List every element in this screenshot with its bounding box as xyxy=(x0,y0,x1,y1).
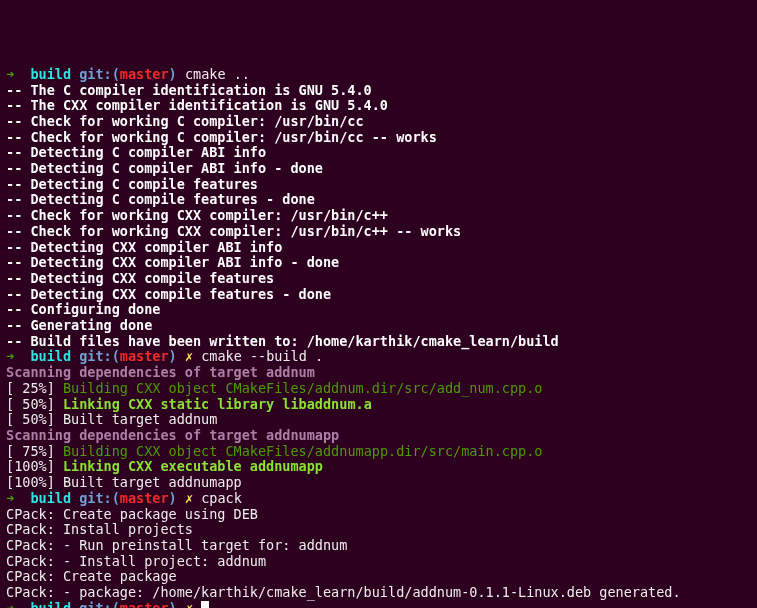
output-line: -- Generating done xyxy=(6,318,751,334)
output-line: -- Check for working CXX compiler: /usr/… xyxy=(6,224,751,240)
output-line: -- Build files have been written to: /ho… xyxy=(6,334,751,350)
git-branch: master xyxy=(120,66,169,82)
output-line: CPack: Create package xyxy=(6,569,751,585)
git-branch: master xyxy=(120,348,169,364)
output-line: -- Check for working C compiler: /usr/bi… xyxy=(6,130,751,146)
git-branch: master xyxy=(120,490,169,506)
output-line: -- The C compiler identification is GNU … xyxy=(6,83,751,99)
shell-prompt: ➜ build git:(master) ✗ cpack xyxy=(6,491,751,507)
terminal-output[interactable]: ➜ build git:(master) cmake ..-- The C co… xyxy=(6,67,751,608)
prompt-cwd: build xyxy=(30,490,71,506)
output-line: CPack: - Install project: addnum xyxy=(6,554,751,570)
git-label: git:( xyxy=(79,348,120,364)
prompt-arrow-icon: ➜ xyxy=(6,348,14,364)
output-line: CPack: Create package using DEB xyxy=(6,507,751,523)
build-step: [ 75%] Building CXX object CMakeFiles/ad… xyxy=(6,444,751,460)
typed-command: cmake --build . xyxy=(201,348,323,364)
prompt-arrow-icon: ➜ xyxy=(6,600,14,608)
output-line: CPack: Install projects xyxy=(6,522,751,538)
shell-prompt: ➜ build git:(master) ✗ cmake --build . xyxy=(6,349,751,365)
git-label: git:( xyxy=(79,66,120,82)
output-line: -- Detecting CXX compile features - done xyxy=(6,287,751,303)
output-line: -- Detecting C compiler ABI info xyxy=(6,145,751,161)
output-line: -- Detecting C compiler ABI info - done xyxy=(6,161,751,177)
output-line: CPack: - Run preinstall target for: addn… xyxy=(6,538,751,554)
git-label: git:( xyxy=(79,600,120,608)
output-line: -- Detecting CXX compiler ABI info - don… xyxy=(6,255,751,271)
output-line: -- Configuring done xyxy=(6,302,751,318)
output-line: [100%] Built target addnumapp xyxy=(6,475,751,491)
typed-command: cpack xyxy=(201,490,242,506)
cursor xyxy=(201,601,209,608)
git-dirty-icon: ✗ xyxy=(185,600,193,608)
output-line: [ 50%] Built target addnum xyxy=(6,412,751,428)
prompt-arrow-icon: ➜ xyxy=(6,490,14,506)
output-line: -- Check for working CXX compiler: /usr/… xyxy=(6,208,751,224)
prompt-cwd: build xyxy=(30,348,71,364)
output-line: -- Detecting C compile features xyxy=(6,177,751,193)
output-line: -- Detecting CXX compiler ABI info xyxy=(6,240,751,256)
output-line: -- Check for working C compiler: /usr/bi… xyxy=(6,114,751,130)
output-line: Scanning dependencies of target addnum xyxy=(6,365,751,381)
output-line: CPack: - package: /home/karthik/cmake_le… xyxy=(6,585,751,601)
prompt-arrow-icon: ➜ xyxy=(6,66,14,82)
git-dirty-icon: ✗ xyxy=(185,490,193,506)
typed-command: cmake .. xyxy=(185,66,250,82)
output-line: Scanning dependencies of target addnumap… xyxy=(6,428,751,444)
output-line: -- Detecting C compile features - done xyxy=(6,192,751,208)
output-line: -- The CXX compiler identification is GN… xyxy=(6,98,751,114)
git-dirty-icon: ✗ xyxy=(185,348,193,364)
shell-prompt: ➜ build git:(master) cmake .. xyxy=(6,67,751,83)
git-label: git:( xyxy=(79,490,120,506)
build-step: [100%] Linking CXX executable addnumapp xyxy=(6,459,751,475)
shell-prompt: ➜ build git:(master) ✗ xyxy=(6,601,751,608)
prompt-cwd: build xyxy=(30,600,71,608)
output-line: -- Detecting CXX compile features xyxy=(6,271,751,287)
prompt-cwd: build xyxy=(30,66,71,82)
git-branch: master xyxy=(120,600,169,608)
build-step: [ 50%] Linking CXX static library libadd… xyxy=(6,397,751,413)
build-step: [ 25%] Building CXX object CMakeFiles/ad… xyxy=(6,381,751,397)
